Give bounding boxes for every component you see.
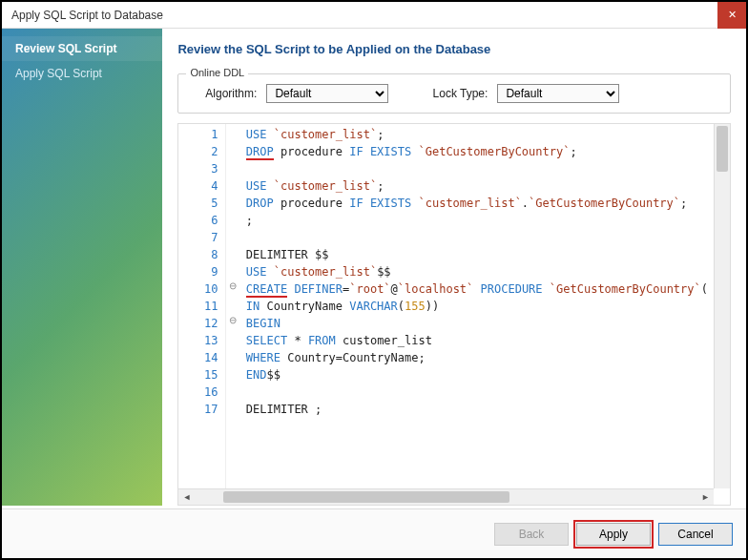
vertical-scroll-thumb[interactable] [717,126,728,172]
sql-editor: 1234567891011121314151617 ⊖⊖ USE `custom… [177,123,731,506]
fold-column: ⊖⊖ [226,126,239,418]
wizard-sidebar: Review SQL Script Apply SQL Script [2,29,162,506]
online-ddl-group: Online DDL Algorithm: Default Lock Type:… [177,73,731,114]
sidebar-item-review[interactable]: Review SQL Script [2,36,162,61]
ddl-row: Algorithm: Default Lock Type: Default [190,84,718,103]
locktype-select[interactable]: Default [497,84,619,103]
vertical-scrollbar[interactable] [714,124,730,488]
page-title: Review the SQL Script to be Applied on t… [177,42,731,56]
cancel-button[interactable]: Cancel [658,523,733,546]
close-button[interactable]: ✕ [717,2,746,29]
algorithm-label: Algorithm: [190,87,257,100]
ddl-legend: Online DDL [186,67,248,78]
scroll-left-arrow[interactable]: ◄ [178,492,195,502]
main-panel: Review the SQL Script to be Applied on t… [162,29,746,506]
horizontal-scrollbar[interactable]: ◄ ► [178,488,714,505]
titlebar: Apply SQL Script to Database ✕ [2,2,746,29]
algorithm-select[interactable]: Default [266,84,388,103]
line-gutter: 1234567891011121314151617 [178,124,226,488]
scroll-right-arrow[interactable]: ► [697,492,714,502]
horizontal-scroll-thumb[interactable] [223,491,509,503]
locktype-label: Lock Type: [421,87,488,100]
code-area[interactable]: USE `customer_list`; DROP procedure IF E… [226,124,714,488]
window-title: Apply SQL Script to Database [11,9,717,22]
apply-button[interactable]: Apply [576,523,651,546]
dialog-body: Review SQL Script Apply SQL Script Revie… [2,29,746,506]
dialog-footer: Back Apply Cancel [2,508,746,558]
back-button: Back [494,523,569,546]
sidebar-item-apply[interactable]: Apply SQL Script [2,61,162,86]
